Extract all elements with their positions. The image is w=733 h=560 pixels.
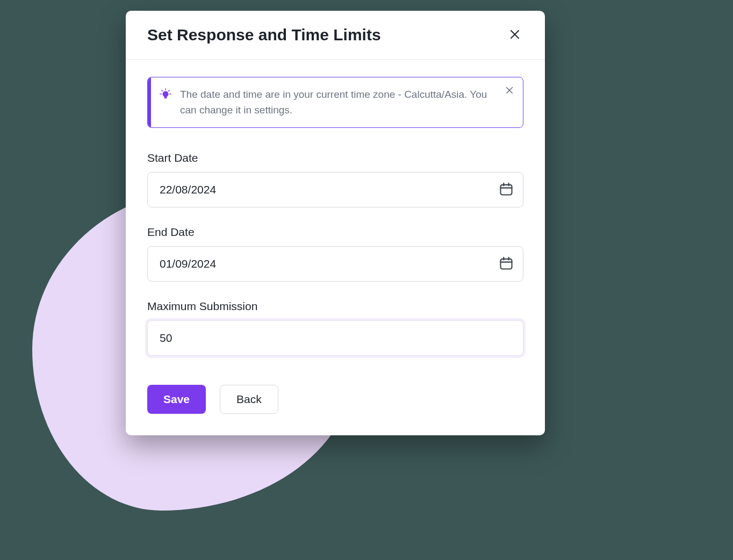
- back-button[interactable]: Back: [220, 385, 278, 414]
- timezone-info-banner: The date and time are in your current ti…: [147, 77, 523, 128]
- end-date-input-wrap: [147, 246, 523, 282]
- svg-line-3: [162, 90, 163, 91]
- dismiss-banner-button[interactable]: [504, 85, 515, 97]
- banner-text: The date and time are in your current ti…: [180, 87, 497, 118]
- calendar-icon: [499, 256, 514, 272]
- svg-line-4: [169, 90, 170, 91]
- svg-rect-8: [164, 97, 167, 99]
- save-button[interactable]: Save: [147, 385, 206, 414]
- svg-rect-15: [501, 259, 512, 269]
- svg-point-7: [163, 91, 169, 97]
- close-icon: [508, 28, 521, 42]
- close-icon: [505, 85, 514, 97]
- max-submission-input[interactable]: [147, 320, 523, 356]
- end-date-picker-button[interactable]: [499, 256, 514, 271]
- max-submission-group: Maximum Submission: [147, 300, 523, 356]
- end-date-label: End Date: [147, 226, 523, 239]
- modal-title: Set Response and Time Limits: [147, 26, 381, 44]
- modal-header: Set Response and Time Limits: [126, 11, 545, 60]
- start-date-label: Start Date: [147, 152, 523, 164]
- end-date-group: End Date: [147, 226, 523, 282]
- start-date-input[interactable]: [147, 172, 523, 207]
- start-date-picker-button[interactable]: [499, 182, 514, 197]
- lightbulb-icon: [160, 88, 171, 100]
- modal-footer: Save Back: [126, 372, 545, 422]
- calendar-icon: [499, 182, 514, 198]
- modal-body: The date and time are in your current ti…: [126, 60, 545, 372]
- start-date-input-wrap: [147, 172, 523, 207]
- svg-rect-11: [501, 184, 512, 195]
- max-submission-label: Maximum Submission: [147, 300, 523, 313]
- start-date-group: Start Date: [147, 152, 523, 207]
- close-modal-button[interactable]: [506, 26, 523, 44]
- end-date-input[interactable]: [147, 246, 523, 282]
- response-time-limits-modal: Set Response and Time Limits: [126, 11, 545, 435]
